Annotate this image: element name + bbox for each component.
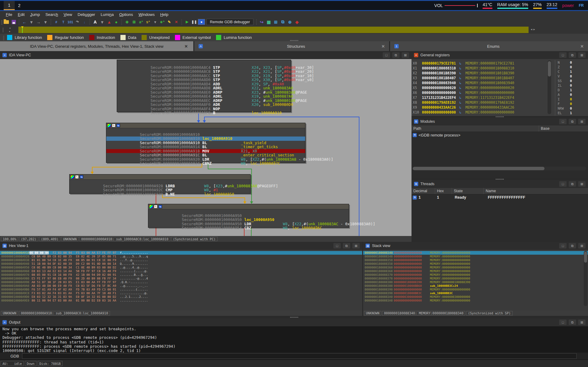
toolbar-nav-button[interactable]: → bbox=[35, 18, 42, 25]
hex-bytes[interactable]: C8 0A 40 B9 C8 02 00 35 bbox=[32, 255, 72, 258]
window-button[interactable]: ⧉ bbox=[569, 181, 576, 187]
hex-row[interactable]: 000000010000A94051 1B 00 94 DF 02 00 39D… bbox=[0, 262, 362, 266]
stack-row[interactable]: 00000001800883480000000000000000MEMORY:0… bbox=[363, 255, 588, 258]
hex-bytes[interactable]: F5 03 00 AA 7F 10 40 F1 bbox=[76, 291, 116, 295]
register-value[interactable]: 0000000179AE8192 bbox=[422, 100, 459, 105]
flag-row[interactable]: D 1 bbox=[558, 88, 587, 92]
stack-value[interactable]: 0000000000000000 bbox=[394, 262, 430, 266]
disasm-line[interactable]: SecureROM:000000010000A910 bbox=[106, 128, 305, 133]
stack-link[interactable]: MEMORY:0000000000000000 bbox=[430, 262, 470, 266]
hex-row[interactable]: 000000010000A9C0F3 03 02 AA F4 03 01 AAF… bbox=[0, 291, 362, 295]
window-button[interactable]: ⧉ bbox=[569, 52, 576, 58]
flag-row[interactable]: EL 1 bbox=[558, 111, 587, 115]
window-button[interactable]: □ bbox=[559, 119, 567, 124]
hex-bytes[interactable]: F5 03 00 AA E7 FE FF 97 bbox=[76, 251, 116, 255]
debugger-window-button[interactable]: ⊞ bbox=[272, 18, 279, 25]
toolbar-view-button[interactable]: ↓ bbox=[81, 18, 88, 25]
window-button[interactable]: ⊠ bbox=[578, 243, 586, 249]
hex-ascii[interactable]: .........{...... bbox=[120, 288, 148, 291]
hex-row[interactable]: 000000010000A91066 00 00 94 F2 03 00 94F… bbox=[0, 251, 362, 255]
volume-thumb[interactable] bbox=[477, 4, 478, 7]
debug-control-button[interactable]: ▶ bbox=[184, 18, 191, 25]
register-memory-link[interactable]: MEMORY:0000000180083940 bbox=[465, 81, 514, 85]
hex-row[interactable]: 000000010000A920C8 0A 40 B9 C8 02 00 35E… bbox=[0, 255, 362, 258]
flag-value[interactable]: 0 bbox=[570, 92, 572, 97]
palette-icon[interactable] bbox=[70, 175, 74, 179]
hex-bytes[interactable]: FD 7B 03 A9 FD C3 00 91 bbox=[76, 288, 116, 291]
stack-row[interactable]: 00000001800883680000000000000000MEMORY:0… bbox=[363, 269, 588, 273]
flag-value[interactable]: 0 bbox=[570, 83, 572, 88]
window-button[interactable]: ⧉ bbox=[569, 243, 576, 249]
register-row[interactable]: X0 0000000179CE2781 ↳ MEMORY:0000000179C… bbox=[413, 61, 514, 66]
scrollbar-thumb[interactable] bbox=[584, 252, 587, 263]
menu-item[interactable]: Jump bbox=[27, 12, 43, 17]
hex-ascii[interactable]: .........-@....4 bbox=[120, 277, 148, 280]
register-value[interactable]: 0000000000000000 bbox=[422, 90, 459, 95]
stack-link[interactable]: MEMORY:0000000000000000 bbox=[430, 251, 470, 255]
stack-value[interactable]: 0000000180088390 bbox=[394, 280, 430, 284]
hex-bytes[interactable]: E0 03 13 AA E2 03 14 AA bbox=[32, 269, 72, 273]
pin-icon[interactable]: ✕ bbox=[580, 44, 584, 49]
gdb-command-input[interactable] bbox=[22, 353, 577, 359]
registers-header[interactable]: ≡ General registers □⧉⊠ bbox=[412, 51, 588, 59]
hex-bytes[interactable]: A8 03 40 D0 00 E9 40 F9 bbox=[32, 284, 72, 288]
window-button[interactable]: ⧉ bbox=[569, 119, 576, 124]
flag-row[interactable]: A 0 bbox=[558, 92, 587, 97]
hex-ascii[interactable]: ...2.1.....2.... bbox=[120, 295, 148, 299]
graph-overview-icon[interactable]: ⇆ bbox=[80, 175, 83, 179]
stack-row[interactable]: 00000001800883900000000000000000MEMORY:0… bbox=[363, 288, 588, 291]
debugger-window-button[interactable]: ⊕ bbox=[286, 18, 294, 25]
hex-bytes[interactable]: 08 05 00 91 C8 16 00 F9 bbox=[32, 273, 72, 277]
column-path[interactable]: Path bbox=[412, 125, 539, 132]
window-button[interactable]: □ bbox=[559, 320, 567, 325]
keyboard-layout-indicator[interactable]: FR bbox=[579, 1, 584, 10]
flag-row[interactable]: IL 0 bbox=[558, 83, 587, 88]
workspace-tab-1[interactable]: 1 bbox=[4, 1, 15, 10]
window-button[interactable]: □ bbox=[559, 181, 567, 187]
ida-view-header[interactable]: ≡ IDA View-PC □⧉⊠ bbox=[0, 51, 412, 59]
hex-row[interactable]: 000000010000A960E0 03 13 AA E2 03 14 AA5… bbox=[0, 269, 362, 273]
stack-row[interactable]: 0000000180088398000000010000BB3Csub_1000… bbox=[363, 291, 588, 295]
window-button[interactable]: ⊠ bbox=[578, 320, 586, 325]
tab-enums[interactable]: 1 Enums ✕ bbox=[390, 41, 588, 51]
register-memory-link[interactable]: MEMORY:0000000000000000 bbox=[465, 90, 514, 95]
stack-value[interactable]: 0000000000000000 bbox=[394, 273, 430, 277]
toolbar-view-button[interactable]: 101 bbox=[67, 18, 74, 25]
register-row[interactable]: X9 00000000433AAC26 ↳ MEMORY:00000000433… bbox=[413, 105, 514, 110]
toolbar-nav-button[interactable]: ← bbox=[21, 18, 28, 25]
hex-ascii[interactable]: Q......9........ bbox=[120, 262, 148, 266]
register-value[interactable]: 00000001801B8390 bbox=[422, 71, 459, 76]
hex-ascii[interactable]: ........[.....@. bbox=[120, 269, 148, 273]
window-button[interactable]: ⊠ bbox=[402, 52, 409, 58]
stack-link[interactable]: MEMORY:0000000000000000 bbox=[430, 299, 470, 302]
splitter-grip[interactable] bbox=[496, 179, 504, 180]
stack-row[interactable]: 00000001800883700000000000000000MEMORY:0… bbox=[363, 273, 588, 277]
stack-row[interactable]: 00000001800883500000000000000000MEMORY:0… bbox=[363, 258, 588, 262]
register-memory-link[interactable]: MEMORY:0000000179CE2781 bbox=[465, 61, 514, 66]
register-memory-link[interactable]: MEMORY:117131231B422EF4 bbox=[465, 95, 514, 100]
hex-bytes[interactable]: E1 03 00 AA FF FD FF 97 bbox=[76, 280, 116, 284]
menu-item[interactable]: Help bbox=[157, 12, 171, 17]
hex-bytes[interactable]: E5 FE FF 97 08 EB 40 F9 bbox=[32, 277, 72, 280]
splitter-grip[interactable] bbox=[290, 317, 298, 318]
stack-dump[interactable]: 00000001800883400000000000000000MEMORY:0… bbox=[363, 250, 588, 310]
flag-row[interactable]: Z 0 bbox=[558, 65, 587, 69]
stack-row[interactable]: 00000001800883580000000000000000MEMORY:0… bbox=[363, 262, 588, 266]
graph-overview-icon[interactable]: ⇆ bbox=[116, 124, 120, 127]
toolbar-grip[interactable] bbox=[1, 20, 2, 24]
hex-ascii[interactable]: ..@......._.._.. bbox=[120, 284, 148, 288]
navband-scroll-arrows[interactable]: ◂▸ bbox=[531, 28, 536, 31]
stack-value[interactable]: 0000000000000000 bbox=[394, 255, 430, 258]
hex-row[interactable]: 000000010000A950C8 0E 40 B9 C8 00 00 34C… bbox=[0, 266, 362, 269]
hex-bytes[interactable]: F3 03 02 AA F4 03 01 AA bbox=[32, 291, 72, 295]
flag-row[interactable]: V 0 bbox=[558, 74, 587, 79]
toolbar-mark-button[interactable]: ▾ bbox=[99, 18, 106, 25]
stack-value[interactable]: 0000000300000000 bbox=[394, 295, 430, 299]
window-button[interactable]: ⊠ bbox=[352, 243, 360, 249]
register-value[interactable]: 117131231B422EF4 bbox=[422, 95, 459, 100]
stack-link[interactable]: MEMORY:0000000000000000 bbox=[430, 255, 470, 258]
register-memory-link[interactable]: MEMORY:0000000179AE8192 bbox=[465, 100, 514, 105]
debugger-window-button[interactable]: ⧉ bbox=[279, 18, 286, 25]
column-name[interactable]: Name bbox=[484, 188, 588, 194]
menu-item[interactable]: Search bbox=[43, 12, 61, 17]
